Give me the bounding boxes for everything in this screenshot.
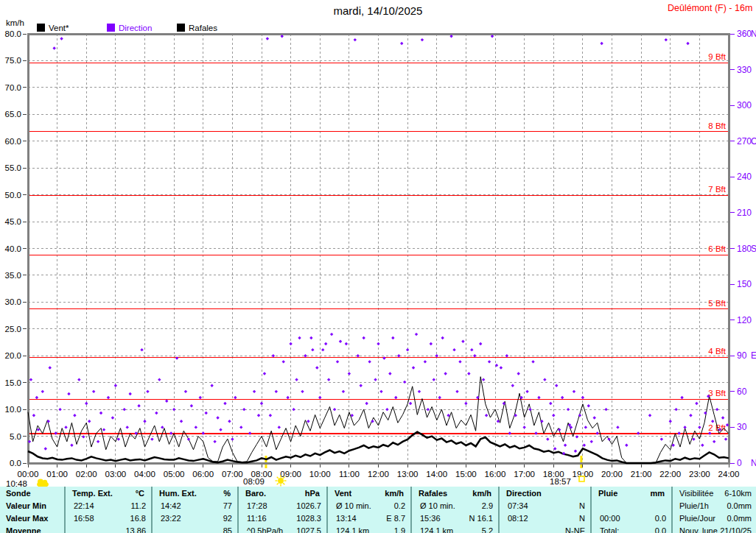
x-tick-label: 04:00 <box>134 470 155 479</box>
direction-point <box>665 38 668 41</box>
direction-point <box>282 360 285 363</box>
x-tick-label: 02:00 <box>76 470 97 479</box>
y-right-tick-label: 360 <box>737 29 752 39</box>
direction-point <box>467 372 470 375</box>
direction-point <box>564 444 567 447</box>
direction-point <box>253 390 256 393</box>
direction-point <box>458 360 461 363</box>
direction-point <box>137 404 140 407</box>
info-value: 0.0mm <box>679 501 752 512</box>
chart-title-date: mardi, 14/10/2025 <box>0 4 756 17</box>
direction-point <box>648 414 651 417</box>
x-tick-label: 17:00 <box>514 470 535 479</box>
rafales-legend-swatch-icon <box>177 24 185 32</box>
direction-point <box>165 400 168 403</box>
y-right-tick-label: 330 <box>737 65 752 75</box>
direction-point <box>525 390 528 393</box>
y-left-tick-label: 20.0 <box>5 351 21 360</box>
x-tick-label: 19:00 <box>572 470 593 479</box>
direction-point <box>385 408 388 411</box>
stat-value: 1.9 <box>335 526 405 533</box>
direction-point <box>508 431 511 434</box>
y-right-tick-label: 210 <box>737 208 752 218</box>
y-right-cardinal-label: E <box>751 350 756 361</box>
info-value: 6-10km <box>679 489 752 499</box>
direction-point <box>281 35 284 38</box>
direction-point <box>403 381 406 384</box>
direction-point <box>409 402 412 405</box>
direction-point <box>595 431 598 434</box>
direction-point <box>239 426 242 428</box>
direction-point <box>309 336 312 339</box>
y-right-tick-label: 150 <box>737 279 752 289</box>
direction-point <box>357 354 360 357</box>
direction-point <box>161 426 164 428</box>
direction-point <box>327 378 330 381</box>
direction-point <box>461 340 464 343</box>
x-tick-label: 21:00 <box>631 470 652 479</box>
direction-point <box>354 38 357 41</box>
column-header: Direction <box>506 489 584 499</box>
x-tick-label: 07:00 <box>222 470 243 479</box>
direction-point <box>146 390 149 393</box>
x-tick-label: 06:00 <box>192 470 214 479</box>
y-right-tick-label: 60 <box>737 386 747 397</box>
x-tick-label: 00:00 <box>18 470 39 479</box>
sunrise-time-label: 08:09 <box>243 477 265 486</box>
direction-point <box>85 402 88 405</box>
stat-value: 85 <box>159 526 232 533</box>
direction-point <box>379 390 382 393</box>
x-tick-label: 09:00 <box>280 470 301 479</box>
direction-point <box>336 360 339 363</box>
direction-point <box>150 437 153 440</box>
direction-point <box>348 372 351 375</box>
direction-point <box>412 366 415 369</box>
direction-point <box>311 348 314 351</box>
rafales-legend-label: Rafales <box>189 24 217 32</box>
stat-value: 13.86 <box>72 526 146 533</box>
stat-value: 77 <box>159 501 232 512</box>
direction-point <box>210 384 213 387</box>
direction-point <box>49 366 52 369</box>
direction-point <box>362 336 365 339</box>
direction-point <box>552 414 555 417</box>
direction-point <box>318 396 321 399</box>
direction-point <box>455 390 458 393</box>
direction-point <box>574 450 577 453</box>
x-tick-label: 15:00 <box>455 470 477 479</box>
direction-point <box>680 396 683 399</box>
direction-point <box>677 431 680 434</box>
direction-point <box>330 333 333 336</box>
y-left-tick-label: 35.0 <box>5 271 21 280</box>
stat-value: 5.2 <box>419 526 493 533</box>
direction-point <box>377 342 379 345</box>
direction-point <box>219 428 222 431</box>
direction-point <box>391 336 394 339</box>
direction-point <box>418 390 421 393</box>
direction-point <box>205 412 208 414</box>
direction-point <box>278 426 281 428</box>
direction-point <box>257 414 260 417</box>
y-right-tick-label: 90 <box>737 350 747 361</box>
direction-point <box>616 426 619 428</box>
direction-point <box>421 38 424 41</box>
direction-point <box>587 404 590 407</box>
direction-point <box>187 437 190 440</box>
direction-point <box>123 408 126 411</box>
stat-value: 0.2 <box>335 501 405 512</box>
direction-point <box>301 390 304 393</box>
direction-point <box>511 384 514 387</box>
direction-point <box>231 437 234 440</box>
direction-point <box>604 408 607 411</box>
y-left-tick-label: 75.0 <box>5 56 21 65</box>
direction-point <box>99 412 102 414</box>
direction-point <box>295 378 298 381</box>
direction-point <box>549 402 552 405</box>
y-right-tick-label: 0 <box>737 458 742 468</box>
direction-point <box>374 378 377 381</box>
direction-point <box>581 396 584 399</box>
direction-point <box>537 396 540 399</box>
direction-point <box>713 440 715 443</box>
direction-point <box>590 440 593 443</box>
legend-item-rafales: Rafales <box>177 23 217 32</box>
